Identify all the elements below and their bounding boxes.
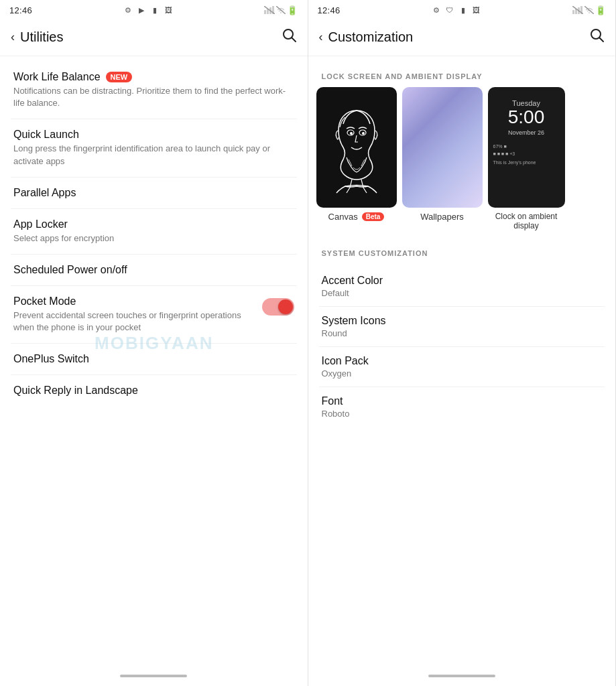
system-customization-list: Accent Color Default System Icons Round … xyxy=(308,264,616,429)
right-signal-icon xyxy=(572,6,583,14)
wallpapers-label-row: Wallpapers xyxy=(420,212,464,222)
right-settings-list: LOCK SCREEN AND AMBIENT DISPLAY xyxy=(308,56,616,666)
right-signal-icons: 🔋 xyxy=(572,5,606,15)
beta-badge: Beta xyxy=(362,212,385,221)
left-title: Utilities xyxy=(20,29,282,45)
work-life-balance-title: Work Life Balance NEW xyxy=(13,71,294,83)
parallel-apps-title: Parallel Apps xyxy=(13,187,294,199)
search-icon xyxy=(282,28,297,43)
gear-icon: ⚙ xyxy=(123,5,133,15)
lock-screen-section: Canvas Beta Wallpapers xyxy=(308,87,616,238)
wifi-icon xyxy=(276,6,286,14)
quick-launch-subtitle: Long press the fingerprint identificatio… xyxy=(13,143,294,167)
left-header: ‹ Utilities xyxy=(0,19,308,56)
system-icons-sub: Round xyxy=(322,328,603,338)
app-locker-title: App Locker xyxy=(13,218,294,230)
left-nav-bar xyxy=(0,666,308,686)
parallel-apps-item[interactable]: Parallel Apps xyxy=(0,178,308,208)
svg-line-7 xyxy=(292,38,296,42)
system-customization-heading: SYSTEM CUSTOMIZATION xyxy=(308,238,616,264)
quick-launch-item[interactable]: Quick Launch Long press the fingerprint … xyxy=(0,119,308,176)
right-nav-bar xyxy=(308,666,616,686)
icon-pack-sub: Oxygen xyxy=(322,368,603,379)
accent-color-item[interactable]: Accent Color Default xyxy=(308,267,616,306)
right-status-bar: 12:46 ⚙ 🛡 ▮ 🖼 xyxy=(308,0,616,19)
wallpapers-item[interactable]: Wallpapers xyxy=(402,87,483,222)
right-header: ‹ Customization xyxy=(308,19,616,56)
left-search-button[interactable] xyxy=(282,28,297,47)
right-nav-indicator xyxy=(428,675,495,677)
signal-icon xyxy=(264,6,275,14)
quick-launch-title: Quick Launch xyxy=(13,129,294,141)
app-locker-subtitle: Select apps for encryption xyxy=(13,232,294,245)
clock-label: Clock on ambient display xyxy=(493,212,560,230)
right-image-icon: 🖼 xyxy=(471,5,482,15)
system-icons-item[interactable]: System Icons Round xyxy=(308,307,616,346)
canvas-label-row: Canvas Beta xyxy=(328,212,385,222)
clock-hour: 5:00 xyxy=(508,107,545,128)
canvas-wallpaper-item[interactable]: Canvas Beta xyxy=(316,87,397,222)
font-sub: Roboto xyxy=(322,409,603,419)
font-item[interactable]: Font Roboto xyxy=(308,387,616,427)
clock-info-lines: 67% ■ ■ ■ ■ ■ +3 This is Jerry's phone xyxy=(493,143,560,167)
left-signal-icons: 🔋 xyxy=(264,5,298,15)
right-back-button[interactable]: ‹ xyxy=(319,30,323,44)
left-status-bar: 12:46 ⚙ ▶ ▮ 🖼 xyxy=(0,0,308,19)
pocket-mode-subtitle: Prevent accidental screen touches or fin… xyxy=(13,310,251,334)
wallpaper-grid: Canvas Beta Wallpapers xyxy=(316,87,608,230)
right-wifi-icon xyxy=(584,6,594,14)
wallpapers-label: Wallpapers xyxy=(420,212,464,222)
oneplus-switch-item[interactable]: OnePlus Switch xyxy=(0,344,308,374)
wallpapers-thumbnail xyxy=(402,87,483,208)
lock-screen-heading: LOCK SCREEN AND AMBIENT DISPLAY xyxy=(308,62,616,87)
play-icon: ▶ xyxy=(136,5,147,15)
right-search-button[interactable] xyxy=(590,28,605,47)
scheduled-power-item[interactable]: Scheduled Power on/off xyxy=(0,255,308,285)
clock-thumbnail: Tuesday 5:00 November 26 67% ■ ■ ■ ■ ■ +… xyxy=(488,87,565,208)
pocket-mode-title: Pocket Mode xyxy=(13,295,251,307)
battery-icon: ▮ xyxy=(149,5,160,15)
left-settings-list: Work Life Balance NEW Notifications can … xyxy=(0,56,308,666)
right-battery-right-icon: 🔋 xyxy=(595,5,606,15)
right-search-icon xyxy=(590,28,605,43)
blue-gradient-bg xyxy=(402,87,483,208)
new-badge: NEW xyxy=(106,72,133,82)
clock-label-row: Clock on ambient display xyxy=(493,212,560,230)
work-life-balance-item[interactable]: Work Life Balance NEW Notifications can … xyxy=(0,62,308,119)
app-locker-item[interactable]: App Locker Select apps for encryption xyxy=(0,209,308,254)
battery-right-icon: 🔋 xyxy=(287,5,298,15)
svg-line-15 xyxy=(600,38,604,42)
oneplus-switch-title: OnePlus Switch xyxy=(13,353,294,365)
right-title: Customization xyxy=(328,29,591,45)
svg-point-18 xyxy=(350,132,353,135)
left-panel: 12:46 ⚙ ▶ ▮ 🖼 xyxy=(0,0,308,686)
dark-clock-bg: Tuesday 5:00 November 26 67% ■ ■ ■ ■ ■ +… xyxy=(488,87,565,208)
canvas-bg xyxy=(316,87,397,208)
left-nav-indicator xyxy=(120,675,187,677)
svg-rect-8 xyxy=(572,10,574,14)
face-line-art xyxy=(326,100,387,194)
system-icons-title: System Icons xyxy=(322,315,603,327)
accent-color-sub: Default xyxy=(322,288,603,298)
toggle-track xyxy=(262,298,294,316)
scheduled-power-title: Scheduled Power on/off xyxy=(13,264,294,276)
clock-ambient-item[interactable]: Tuesday 5:00 November 26 67% ■ ■ ■ ■ ■ +… xyxy=(488,87,565,230)
clock-date: November 26 xyxy=(508,129,544,136)
clock-time-display: 5:00 xyxy=(508,107,545,128)
quick-reply-item[interactable]: Quick Reply in Landscape xyxy=(0,375,308,406)
left-back-button[interactable]: ‹ xyxy=(11,30,15,44)
right-gear-icon: ⚙ xyxy=(431,5,442,15)
pocket-mode-item[interactable]: Pocket Mode Prevent accidental screen to… xyxy=(0,286,308,343)
svg-rect-0 xyxy=(264,10,266,14)
right-battery-icon: ▮ xyxy=(458,5,469,15)
icon-pack-item[interactable]: Icon Pack Oxygen xyxy=(308,347,616,387)
pocket-mode-toggle[interactable] xyxy=(262,298,294,316)
icon-pack-title: Icon Pack xyxy=(322,355,603,367)
svg-point-19 xyxy=(362,132,365,135)
image-icon: 🖼 xyxy=(163,5,174,15)
work-life-balance-subtitle: Notifications can be distracting. Priori… xyxy=(13,85,294,109)
canvas-thumbnail xyxy=(316,87,397,208)
left-time: 12:46 xyxy=(9,5,32,15)
pocket-mode-text: Pocket Mode Prevent accidental screen to… xyxy=(13,295,251,334)
quick-reply-title: Quick Reply in Landscape xyxy=(13,385,294,397)
